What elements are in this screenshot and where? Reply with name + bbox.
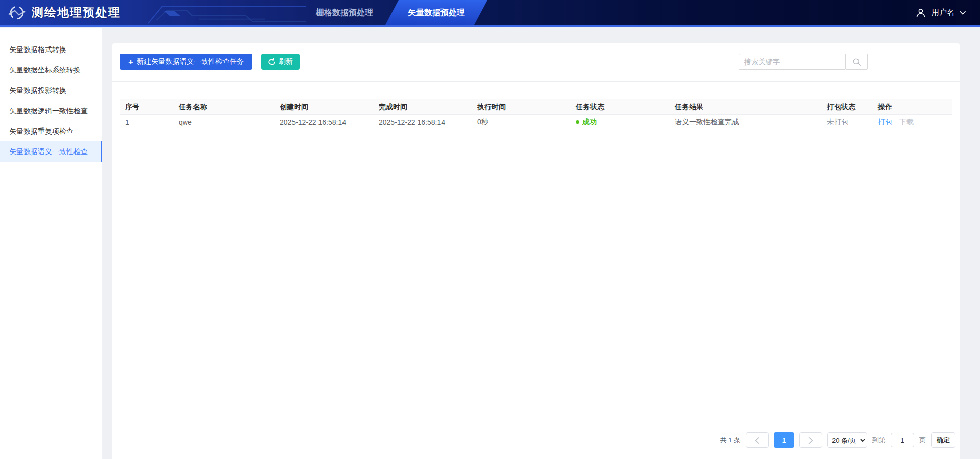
cell-finished-time: 2025-12-22 16:58:14 [374, 115, 472, 130]
header-circuit-decoration [138, 0, 306, 25]
app-title: 测绘地理预处理 [32, 5, 121, 20]
pagination-total: 共 1 条 [720, 436, 741, 445]
sidebar-item-coordinate-convert[interactable]: 矢量数据坐标系统转换 [0, 60, 102, 80]
col-created-time: 创建时间 [275, 99, 374, 115]
current-page-button[interactable]: 1 [774, 432, 794, 448]
main-content: + 新建矢量数据语义一致性检查任务 刷新 [102, 28, 980, 459]
refresh-icon [268, 58, 276, 66]
col-actions: 操作 [873, 99, 952, 115]
col-task-name: 任务名称 [174, 99, 275, 115]
cell-exec-time: 0秒 [472, 115, 571, 130]
cell-package-status: 未打包 [822, 115, 873, 130]
sidebar-item-duplicate-check[interactable]: 矢量数据重复项检查 [0, 121, 102, 141]
refresh-button-label: 刷新 [279, 57, 293, 66]
col-finished-time: 完成时间 [374, 99, 472, 115]
search-group [739, 54, 868, 70]
col-task-result: 任务结果 [670, 99, 822, 115]
package-action-link[interactable]: 打包 [878, 118, 892, 126]
col-task-status: 任务状态 [571, 99, 670, 115]
sidebar: 矢量数据格式转换 矢量数据坐标系统转换 矢量数据投影转换 矢量数据逻辑一致性检查… [0, 28, 102, 459]
new-task-button-label: 新建矢量数据语义一致性检查任务 [137, 57, 244, 66]
search-input[interactable] [739, 54, 846, 70]
cell-actions: 打包 下载 [873, 115, 952, 130]
table-row: 1 qwe 2025-12-22 16:58:14 2025-12-22 16:… [120, 115, 952, 130]
user-icon [915, 7, 926, 18]
page-size-select[interactable]: 20 条/页 [827, 432, 867, 448]
goto-page-prefix: 到第 [872, 436, 886, 445]
cell-created-time: 2025-12-22 16:58:14 [275, 115, 374, 130]
toolbar-divider [112, 81, 960, 82]
app-header: 测绘地理预处理 栅格数据预处理 矢量数据预处理 用户名 [0, 0, 980, 27]
search-button[interactable] [845, 54, 868, 70]
refresh-button[interactable]: 刷新 [261, 54, 300, 70]
chevron-left-icon [755, 437, 760, 444]
col-package-status: 打包状态 [822, 99, 873, 115]
tab-raster-preprocess[interactable]: 栅格数据预处理 [304, 0, 385, 25]
plus-icon: + [128, 58, 133, 66]
sidebar-item-semantic-consistency-check[interactable]: 矢量数据语义一致性检查 [0, 141, 102, 162]
status-text: 成功 [582, 118, 597, 126]
col-index: 序号 [120, 99, 174, 115]
cell-task-name: qwe [174, 115, 275, 130]
pagination: 共 1 条 1 20 条/页 到第 页 确定 [720, 432, 955, 448]
cell-task-result: 语义一致性检查完成 [670, 115, 822, 130]
goto-page-suffix: 页 [919, 436, 926, 445]
goto-confirm-button[interactable]: 确定 [931, 432, 955, 448]
task-table: 序号 任务名称 创建时间 完成时间 执行时间 任务状态 任务结果 打包状态 操作… [120, 99, 952, 130]
sidebar-item-logic-consistency-check[interactable]: 矢量数据逻辑一致性检查 [0, 100, 102, 121]
toolbar: + 新建矢量数据语义一致性检查任务 刷新 [120, 54, 952, 70]
logo-wrap: 测绘地理预处理 [7, 0, 121, 25]
app-logo-icon [7, 3, 27, 22]
header-tabs: 栅格数据预处理 矢量数据预处理 [304, 0, 487, 25]
col-exec-time: 执行时间 [472, 99, 571, 115]
sidebar-item-format-convert[interactable]: 矢量数据格式转换 [0, 39, 102, 60]
download-action-link[interactable]: 下载 [899, 118, 914, 126]
tab-vector-preprocess[interactable]: 矢量数据预处理 [385, 0, 487, 25]
username-label: 用户名 [932, 8, 954, 17]
user-menu[interactable]: 用户名 [915, 0, 966, 25]
content-card: + 新建矢量数据语义一致性检查任务 刷新 [112, 43, 960, 459]
new-task-button[interactable]: + 新建矢量数据语义一致性检查任务 [120, 54, 252, 70]
cell-index: 1 [120, 115, 174, 130]
sidebar-item-projection-convert[interactable]: 矢量数据投影转换 [0, 80, 102, 100]
next-page-button[interactable] [799, 432, 822, 448]
table-header-row: 序号 任务名称 创建时间 完成时间 执行时间 任务状态 任务结果 打包状态 操作 [120, 99, 952, 115]
chevron-down-icon [960, 11, 966, 15]
prev-page-button[interactable] [746, 432, 769, 448]
chevron-right-icon [808, 437, 813, 444]
status-dot [576, 120, 579, 124]
search-icon [852, 58, 861, 66]
cell-task-status: 成功 [571, 115, 670, 130]
goto-page-input[interactable] [891, 433, 914, 447]
